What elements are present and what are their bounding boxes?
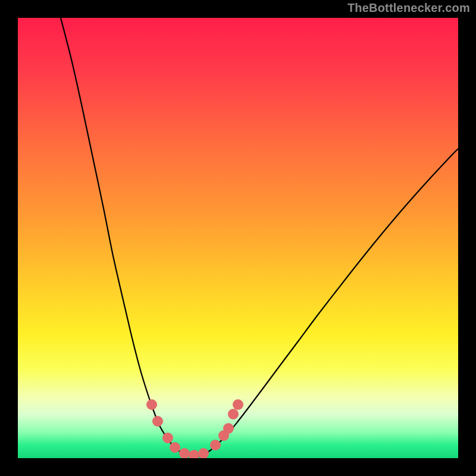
marker-bead xyxy=(223,423,234,434)
plot-outer-frame xyxy=(18,18,458,458)
marker-bead xyxy=(233,399,243,410)
bottleneck-plot-svg xyxy=(18,18,458,458)
plot-background xyxy=(18,18,458,458)
marker-bead xyxy=(210,440,221,450)
chart-stage: TheBottlenecker.com xyxy=(0,0,476,476)
marker-bead xyxy=(152,416,163,427)
marker-bead xyxy=(146,399,157,410)
marker-bead xyxy=(228,409,239,419)
watermark-text: TheBottlenecker.com xyxy=(347,1,470,15)
marker-bead xyxy=(170,442,180,453)
marker-bead xyxy=(162,433,173,443)
